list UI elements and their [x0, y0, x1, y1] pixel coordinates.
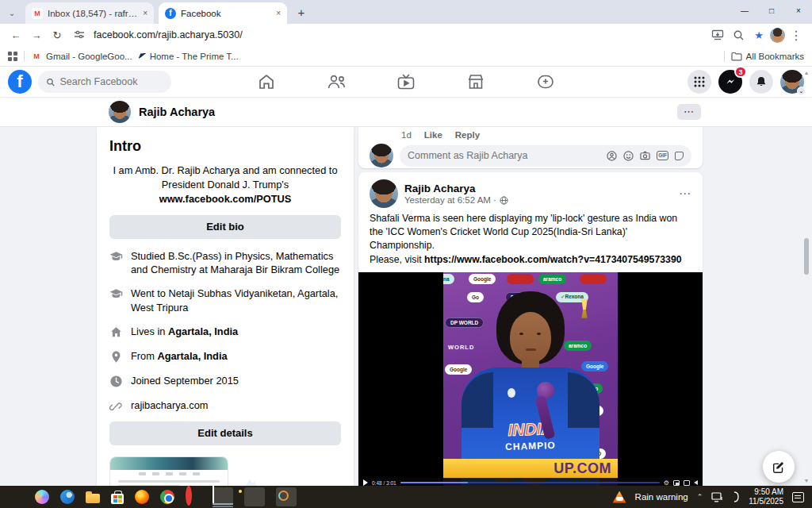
profile-bar: Rajib Acharya ⋯: [0, 97, 812, 127]
profile-bar-avatar[interactable]: [109, 101, 131, 123]
clock-date: 11/5/2025: [749, 497, 783, 507]
bookmark-gmail[interactable]: M Gmail - GoogleGoo...: [31, 51, 132, 62]
minimize-button[interactable]: —: [731, 0, 758, 21]
emoji-icon[interactable]: [623, 151, 634, 161]
browser-toolbar: ← → ↻ facebook.com/rajib.acharya.5030/ ★…: [0, 24, 812, 46]
opera-icon[interactable]: [186, 486, 192, 506]
bookmarks-bar: M Gmail - GoogleGoo... Home - The Prime …: [0, 46, 812, 67]
tab-gmail[interactable]: M Inbox (18,547) - rafreedom22@ ×: [25, 2, 154, 24]
volume-icon[interactable]: [694, 480, 698, 485]
tab-search-button[interactable]: ⌄: [3, 4, 21, 21]
detail-website[interactable]: rajibacharya.com: [109, 398, 341, 413]
tray-chevron-up-icon[interactable]: ⌃: [697, 493, 703, 501]
firefox-icon[interactable]: [135, 490, 149, 504]
pen-icon[interactable]: [733, 491, 740, 502]
post-link[interactable]: https://www.facebook.com/watch?v=4173407…: [424, 254, 682, 265]
edit-bio-button[interactable]: Edit bio: [109, 215, 341, 239]
edit-details-button[interactable]: Edit details: [109, 421, 341, 445]
profile-bar-name[interactable]: Rajib Acharya: [139, 106, 215, 118]
scroll-up-arrow[interactable]: ▲: [801, 67, 812, 78]
file-explorer-icon[interactable]: [86, 494, 100, 503]
cast-icon[interactable]: [708, 25, 727, 44]
media-player-icon[interactable]: [276, 487, 297, 506]
video-progress-bar[interactable]: [400, 482, 660, 483]
bio-link[interactable]: www.facebook.com/POTUS: [159, 193, 292, 205]
fullscreen-icon[interactable]: [684, 480, 690, 486]
messenger-badge: 3: [734, 66, 747, 78]
comment-timestamp[interactable]: 1d: [401, 130, 412, 140]
post-author-avatar[interactable]: [370, 179, 398, 208]
post-timestamp[interactable]: Yesterday at 6:52 AM ·: [404, 195, 496, 205]
edge-browser-icon[interactable]: [60, 490, 75, 504]
maximize-button[interactable]: □: [758, 0, 785, 21]
gif-icon[interactable]: GIF: [657, 151, 668, 160]
gaming-tab-icon[interactable]: [535, 71, 556, 92]
browser-profile-avatar[interactable]: [770, 28, 785, 43]
detail-text: rajibacharya.com: [131, 399, 208, 411]
watch-tab-icon[interactable]: [396, 71, 416, 92]
facebook-favicon-icon: f: [165, 8, 176, 19]
bookmark-star-icon[interactable]: ★: [749, 25, 768, 44]
forward-button[interactable]: →: [27, 25, 46, 44]
detail-bold: Agartala, India: [157, 350, 227, 362]
facebook-search[interactable]: [38, 71, 171, 93]
comment-input-box[interactable]: GIF: [400, 145, 691, 167]
comment-meta: 1d Like Reply: [370, 129, 691, 141]
comment-input[interactable]: [408, 150, 603, 161]
notification-center-icon[interactable]: [792, 492, 804, 502]
comment-like-link[interactable]: Like: [424, 130, 442, 140]
notifications-button[interactable]: [749, 70, 773, 94]
composer-avatar[interactable]: [370, 144, 393, 167]
video-player[interactable]: ona Google aramco Go DP WORLD ✓Rexona DP…: [358, 272, 703, 486]
home-tab-icon[interactable]: [256, 71, 277, 92]
post-menu-button[interactable]: ⋯: [679, 187, 691, 201]
comment-reply-link[interactable]: Reply: [455, 130, 480, 140]
reload-button[interactable]: ↻: [48, 25, 67, 44]
friends-tab-icon[interactable]: [326, 71, 347, 92]
tab-facebook[interactable]: f Facebook ×: [159, 2, 287, 24]
document-app-icon[interactable]: [213, 487, 233, 506]
back-button[interactable]: ←: [6, 25, 25, 44]
weather-label[interactable]: Rain warning: [635, 492, 688, 502]
scroll-thumb[interactable]: [804, 238, 809, 275]
start-button-icon[interactable]: [8, 489, 24, 505]
video-controls[interactable]: 0:48 / 3:01 ⚙: [358, 478, 703, 486]
address-bar[interactable]: facebook.com/rajib.acharya.5030/: [94, 29, 707, 40]
menu-grid-button[interactable]: [688, 70, 711, 94]
scroll-down-arrow[interactable]: ▼: [801, 475, 812, 486]
zoom-icon[interactable]: [729, 25, 748, 44]
settings-gear-icon[interactable]: ⚙: [664, 479, 669, 486]
microsoft-store-icon[interactable]: [111, 494, 124, 504]
copilot-icon[interactable]: [35, 490, 49, 504]
sticker-icon[interactable]: [675, 152, 684, 160]
photos-app-icon[interactable]: [244, 487, 265, 506]
photos-grid-photo[interactable]: [109, 456, 228, 486]
marketplace-tab-icon[interactable]: [465, 71, 486, 92]
page-scrollbar[interactable]: ▲ ▼: [801, 67, 812, 486]
profile-bar-menu-button[interactable]: ⋯: [677, 104, 701, 120]
network-icon[interactable]: [711, 492, 724, 502]
new-tab-button[interactable]: +: [292, 2, 311, 21]
play-icon[interactable]: [363, 479, 368, 486]
facebook-logo[interactable]: f: [8, 70, 32, 94]
camera-icon[interactable]: [640, 151, 650, 160]
detail-education-1: Studied B.Sc.(Pass) in Physics, Mathemat…: [109, 249, 341, 277]
close-button[interactable]: ×: [785, 0, 812, 21]
messenger-button[interactable]: 3: [718, 70, 742, 94]
browser-menu-icon[interactable]: ⋮: [787, 25, 806, 44]
avatar-sticker-icon[interactable]: [607, 151, 617, 161]
tab-close-icon[interactable]: ×: [143, 9, 147, 17]
pip-icon[interactable]: [673, 480, 680, 486]
all-bookmarks-button[interactable]: All Bookmarks: [731, 52, 805, 61]
post-author-name[interactable]: Rajib Acharya: [404, 183, 508, 196]
bookmark-prime[interactable]: Home - The Prime T...: [139, 52, 239, 61]
chrome-icon[interactable]: [160, 490, 174, 504]
site-info-icon[interactable]: [73, 29, 86, 41]
apps-grid-icon[interactable]: [8, 52, 17, 61]
weather-warning-icon[interactable]: [613, 491, 626, 503]
compose-fab-button[interactable]: [763, 451, 795, 483]
tab-close-icon[interactable]: ×: [276, 9, 281, 17]
taskbar-clock[interactable]: 9:50 AM 11/5/2025: [749, 487, 783, 507]
search-input[interactable]: [59, 76, 163, 87]
detail-text: Studied B.Sc.(Pass) in Physics, Mathemat…: [131, 250, 339, 275]
